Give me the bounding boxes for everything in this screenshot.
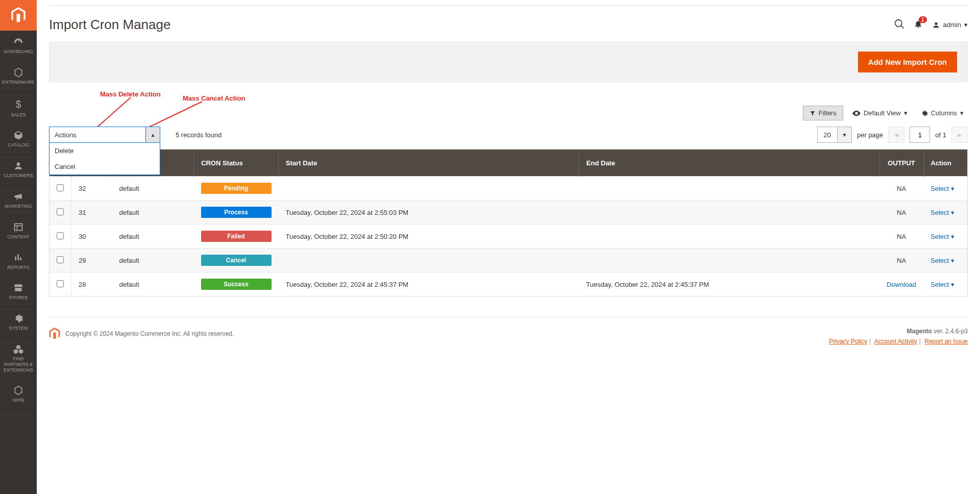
sidebar-label: EXTENDWARE <box>2 80 34 85</box>
sidebar-item-catalog[interactable]: CATALOG <box>0 124 37 155</box>
gear-icon <box>921 110 928 117</box>
page-input[interactable] <box>910 127 930 143</box>
layout-icon <box>13 222 23 232</box>
col-output[interactable]: OUTPUT <box>879 150 923 177</box>
bars-icon <box>13 253 23 263</box>
cell-id: 31 <box>71 201 112 225</box>
toolbar-row: Filters Default View ▾ Columns ▾ <box>49 106 968 127</box>
sidebar-item-customers[interactable]: CUSTOMERS <box>0 155 37 185</box>
row-checkbox[interactable] <box>57 208 64 215</box>
row-checkbox[interactable] <box>57 280 64 287</box>
table-row[interactable]: 28defaultSuccessTuesday, October 22, 202… <box>50 273 967 297</box>
sidebar-item-partners[interactable]: FIND PARTNERS & EXTENSIONS <box>0 338 37 355</box>
footer-left: Copyright © 2024 Magento Commerce Inc. A… <box>49 328 234 340</box>
table-row[interactable]: 29defaultCancelNASelect ▾ <box>50 249 967 273</box>
cell-start <box>279 177 579 201</box>
table-row[interactable]: 32defaultPendingNASelect ▾ <box>50 177 967 201</box>
cell-status: Success <box>194 273 279 297</box>
sidebar-item-marketing[interactable]: MARKETING <box>0 185 37 216</box>
chevron-down-icon: ▾ <box>951 209 954 216</box>
page-of-label: of 1 <box>935 131 946 139</box>
row-select-dropdown[interactable]: Select ▾ <box>930 257 954 264</box>
gear-icon <box>13 313 23 324</box>
boxes-icon <box>13 344 23 354</box>
cell-action: Select ▾ <box>923 225 967 249</box>
sidebar-item-system[interactable]: SYSTEM <box>0 307 37 338</box>
chevron-down-icon: ▼ <box>837 127 851 142</box>
report-issue-link[interactable]: Report an Issue <box>924 338 968 345</box>
next-page-button[interactable]: ► <box>951 127 968 143</box>
sidebar-label: SYSTEM <box>9 326 28 331</box>
page-header: Import Cron Manage 1 admin ▾ <box>37 6 980 42</box>
cron-table: ▾ ID CRON Job CRON Status Start Date End… <box>50 150 967 296</box>
data-grid: ▾ ID CRON Job CRON Status Start Date End… <box>49 149 968 297</box>
row-select-dropdown[interactable]: Select ▾ <box>930 209 954 216</box>
notifications-button[interactable]: 1 <box>914 19 923 30</box>
table-row[interactable]: 30defaultFailedTuesday, October 22, 2024… <box>50 225 967 249</box>
row-select-dropdown[interactable]: Select ▾ <box>930 185 954 192</box>
cell-status: Failed <box>194 225 279 249</box>
privacy-policy-link[interactable]: Privacy Policy <box>829 338 867 345</box>
toolbar-right: Filters Default View ▾ Columns ▾ <box>803 106 968 120</box>
add-new-import-cron-button[interactable]: Add New Import Cron <box>858 52 957 72</box>
sidebar-item-sales[interactable]: $SALES <box>0 92 37 125</box>
admin-user-menu[interactable]: admin ▾ <box>932 21 968 29</box>
cell-job: default <box>112 225 194 249</box>
row-checkbox[interactable] <box>57 232 64 239</box>
default-view-dropdown[interactable]: Default View ▾ <box>848 106 912 120</box>
cell-output: NA <box>879 225 923 249</box>
cell-output: NA <box>879 177 923 201</box>
action-cancel[interactable]: Cancel <box>50 159 160 175</box>
sidebar-label: STORES <box>9 295 28 301</box>
cell-id: 30 <box>71 225 112 249</box>
user-icon <box>932 21 940 29</box>
magento-logo[interactable] <box>0 0 37 31</box>
table-row[interactable]: 31defaultProcessTuesday, October 22, 202… <box>50 201 967 225</box>
col-cron-status[interactable]: CRON Status <box>194 150 279 177</box>
sidebar-item-dashboard[interactable]: DASHBOARD <box>0 31 37 61</box>
cell-status: Cancel <box>194 249 279 273</box>
sidebar-label: REPORTS <box>7 265 29 270</box>
grid-controls: Actions ▲ Delete Cancel 5 records found … <box>49 127 968 143</box>
per-page-select[interactable]: 20 ▼ <box>817 127 852 143</box>
sidebar-label: DASHBOARD <box>4 49 33 55</box>
cell-job: default <box>112 177 194 201</box>
account-activity-link[interactable]: Account Activity <box>874 338 917 345</box>
chevron-down-icon: ▾ <box>964 21 968 29</box>
cell-end <box>579 225 879 249</box>
col-end-date[interactable]: End Date <box>579 150 879 177</box>
search-button[interactable] <box>894 19 904 31</box>
prev-page-button[interactable]: ◄ <box>888 127 904 143</box>
pagination: 20 ▼ per page ◄ of 1 ► <box>817 127 968 143</box>
chevron-up-icon: ▲ <box>145 127 160 142</box>
sidebar-item-reports[interactable]: REPORTS <box>0 246 37 277</box>
row-checkbox[interactable] <box>57 256 64 263</box>
eye-icon <box>852 110 861 116</box>
sidebar-item-stores[interactable]: STORES <box>0 277 37 307</box>
admin-label: admin <box>943 21 961 29</box>
megaphone-icon <box>13 191 23 202</box>
filters-button[interactable]: Filters <box>803 106 843 120</box>
download-link[interactable]: Download <box>887 281 916 288</box>
cell-start: Tuesday, October 22, 2024 at 2:55:03 PM <box>279 201 579 225</box>
row-select-dropdown[interactable]: Select ▾ <box>930 233 954 240</box>
row-checkbox[interactable] <box>57 184 64 191</box>
cell-job: default <box>112 201 194 225</box>
chevron-down-icon: ▾ <box>960 109 964 117</box>
col-start-date[interactable]: Start Date <box>279 150 579 177</box>
sidebar-item-content[interactable]: CONTENT <box>0 216 37 246</box>
action-delete[interactable]: Delete <box>50 143 160 159</box>
cell-output: NA <box>879 249 923 273</box>
cell-start: Tuesday, October 22, 2024 at 2:45:37 PM <box>279 273 579 297</box>
row-select-dropdown[interactable]: Select ▾ <box>930 281 954 288</box>
col-action[interactable]: Action <box>923 150 967 177</box>
sidebar-item-extendware[interactable]: EXTENDWARE <box>0 61 37 92</box>
sidebar: DASHBOARD EXTENDWARE $SALES CATALOG CUST… <box>0 0 37 355</box>
cell-action: Select ▾ <box>923 273 967 297</box>
cell-id: 28 <box>71 273 112 297</box>
columns-dropdown[interactable]: Columns ▾ <box>917 106 968 120</box>
cell-start <box>279 249 579 273</box>
cell-job: default <box>112 273 194 297</box>
actions-toggle[interactable]: Actions ▲ <box>49 127 160 143</box>
copyright-text: Copyright © 2024 Magento Commerce Inc. A… <box>65 330 234 337</box>
